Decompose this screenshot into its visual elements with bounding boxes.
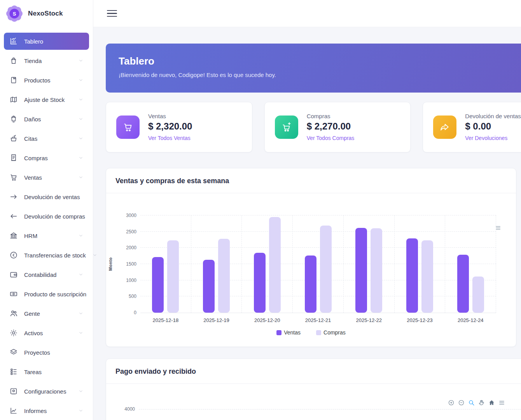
payments-axis: 4000 (106, 406, 521, 412)
stat-label: Ventas (148, 113, 192, 119)
selection-zoom-icon[interactable] (468, 399, 475, 406)
bar-group-2025-12-20: 2025-12-20 (242, 215, 293, 313)
chevron-down-icon (78, 272, 84, 277)
bar-compras (421, 240, 433, 313)
sidebar-item-proyectos[interactable]: Proyectos (4, 344, 89, 361)
pan-icon[interactable] (478, 399, 485, 406)
sidebar-item-hrm[interactable]: HRM (4, 227, 89, 244)
weekly-chart-card: Ventas y compras de esta semana Monto 05… (106, 168, 516, 347)
bar-group-2025-12-21: 2025-12-21 (293, 215, 344, 313)
sidebar-item-citas[interactable]: Citas (4, 130, 89, 147)
bar-chart-plot: Monto 0500100015002000250030002025-12-18… (140, 215, 496, 313)
sidebar-item-producto-de-suscripcion[interactable]: Producto de suscripción (4, 285, 89, 303)
chart-line-icon (9, 406, 18, 415)
sidebar-item-contabilidad[interactable]: Contabilidad (4, 266, 89, 283)
chevron-down-icon (78, 58, 84, 63)
zoom-in-icon (448, 399, 455, 406)
legend-item-ventas[interactable]: Ventas (276, 329, 301, 336)
y-tick-label: 1500 (104, 261, 136, 267)
sidebar: S NexoStock TableroTiendaProductosAjuste… (0, 0, 93, 420)
gridline (139, 409, 521, 410)
zoom-out-icon[interactable] (458, 399, 465, 406)
sidebar-item-tareas[interactable]: Tareas (4, 363, 89, 380)
settings-box-icon (9, 387, 18, 396)
stat-card-devolucion-de-ventas: Devolución de ventas$ 0.00Ver Devolucion… (423, 102, 521, 152)
bar-compras (371, 228, 382, 313)
x-tick-label: 2025-12-20 (242, 317, 292, 323)
arrow-left-icon (9, 212, 18, 220)
sidebar-item-devolucion-de-compras[interactable]: Devolución de compras (4, 208, 89, 225)
sidebar-item-devolucion-de-ventas[interactable]: Devolución de ventas (4, 188, 89, 205)
sidebar-item-label: Tareas (24, 369, 42, 375)
sidebar-item-configuraciones[interactable]: Configuraciones (4, 383, 89, 400)
sidebar-item-danos[interactable]: Daños (4, 110, 89, 128)
sidebar-item-activos[interactable]: Activos (4, 324, 89, 341)
y-tick-label: 0 (104, 310, 136, 315)
sidebar-item-ajuste-de-stock[interactable]: Ajuste de Stock (4, 91, 89, 108)
money-bill-icon (9, 290, 18, 298)
sidebar-item-label: Citas (24, 135, 37, 142)
sidebar-item-label: Gente (24, 310, 40, 317)
x-tick-label: 2025-12-18 (140, 317, 191, 323)
chart-title: Ventas y compras de esta semana (106, 168, 516, 193)
cart-icon (9, 173, 18, 182)
stat-link[interactable]: Ver Todos Ventas (148, 135, 191, 141)
home-icon[interactable] (488, 399, 495, 406)
chevron-down-icon (78, 311, 84, 316)
chevron-down-icon (78, 408, 84, 413)
chart-toolbar (448, 399, 505, 406)
payments-chart-card: Pago enviado y recibido 4000 (106, 359, 521, 420)
pan-icon (478, 399, 485, 406)
bar-ventas (355, 228, 367, 313)
menu-icon[interactable] (498, 399, 505, 406)
basket-check-icon (9, 134, 18, 143)
sidebar-item-tienda[interactable]: Tienda (4, 52, 89, 69)
zoom-in-icon[interactable] (448, 399, 455, 406)
sidebar-item-label: HRM (24, 233, 37, 239)
stat-link[interactable]: Ver Devoluciones (465, 135, 507, 141)
x-tick-label: 2025-12-22 (344, 317, 394, 323)
y-tick-label: 3000 (104, 213, 136, 218)
sidebar-item-ventas[interactable]: Ventas (4, 169, 89, 186)
legend-item-compras[interactable]: Compras (316, 329, 346, 336)
bar-group-2025-12-23: 2025-12-23 (395, 215, 446, 313)
chevron-down-icon (78, 175, 84, 180)
sidebar-item-productos[interactable]: Productos (4, 72, 89, 89)
share-arrow-icon (439, 122, 450, 133)
menu-icon (498, 399, 505, 406)
sidebar-item-label: Activos (24, 330, 43, 336)
app-logo-icon: S (6, 5, 23, 22)
sidebar-item-tablero[interactable]: Tablero (4, 33, 89, 50)
stat-card-ventas: Ventas$ 2,320.00Ver Todos Ventas (106, 102, 252, 152)
sidebar-item-compras[interactable]: Compras (4, 149, 89, 166)
chevron-down-icon (78, 388, 84, 394)
stat-icon-badge (275, 116, 298, 139)
cart-plus-icon (281, 122, 292, 133)
hamburger-icon[interactable] (107, 8, 117, 19)
bag-dash-icon (9, 115, 18, 123)
chart-column-icon (9, 37, 18, 46)
chevron-down-icon (78, 330, 84, 336)
legend-marker (316, 330, 321, 335)
chevron-down-icon (78, 155, 84, 161)
stat-icon-badge (116, 116, 140, 139)
bar-group-2025-12-19: 2025-12-19 (191, 215, 242, 313)
sidebar-item-label: Producto de suscripción (24, 291, 86, 298)
chevron-down-icon (78, 116, 84, 122)
sidebar-item-label: Tablero (24, 38, 43, 45)
sidebar-item-gente[interactable]: Gente (4, 305, 89, 322)
stat-link[interactable]: Ver Todos Compras (307, 135, 355, 141)
legend-label: Compras (323, 329, 346, 336)
sidebar-item-transferencias-de-stock[interactable]: Transferencias de stock (4, 247, 89, 264)
payments-chart: 4000 (106, 384, 521, 420)
welcome-message: ¡Bienvenido de nuevo, Codigope! Esto es … (119, 72, 521, 78)
stat-label: Devolución de ventas (465, 113, 521, 119)
sidebar-item-label: Devolución de compras (24, 213, 85, 220)
stat-value: $ 2,320.00 (148, 121, 192, 132)
sidebar-item-label: Informes (24, 408, 47, 414)
chevron-down-icon (78, 77, 84, 83)
y-tick-label: 2000 (104, 245, 136, 250)
sidebar-item-label: Daños (24, 116, 41, 122)
topbar (93, 0, 521, 27)
sidebar-item-informes[interactable]: Informes (4, 402, 89, 419)
